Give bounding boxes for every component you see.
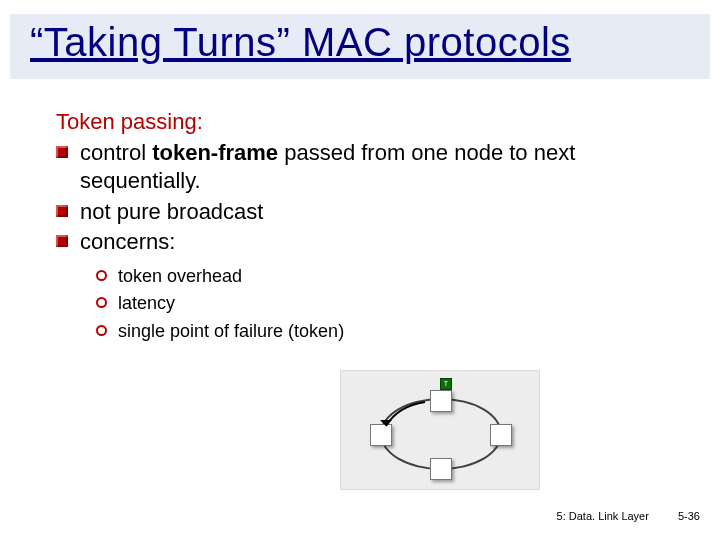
title-band: “Taking Turns” MAC protocols <box>10 14 710 79</box>
sub-bullet-item: single point of failure (token) <box>96 320 690 343</box>
bullet-item: not pure broadcast <box>56 198 690 227</box>
arrow-icon <box>340 370 540 490</box>
token-ring-diagram: T <box>340 370 540 490</box>
level2-bullets: token overhead latency single point of f… <box>96 265 690 343</box>
svg-marker-0 <box>380 420 392 426</box>
subheading: Token passing: <box>56 108 690 137</box>
circle-bullet-icon <box>96 297 107 308</box>
slide-footer: 5: Data. Link Layer 5-36 <box>557 510 700 522</box>
bullet-text: concerns: <box>80 229 175 254</box>
bullet-text: control token-frame passed from one node… <box>80 140 575 194</box>
bullet-text: token overhead <box>118 266 242 286</box>
level1-bullets: control token-frame passed from one node… <box>56 139 690 257</box>
square-bullet-icon <box>56 235 68 247</box>
bullet-text: latency <box>118 293 175 313</box>
bullet-item: concerns: <box>56 228 690 257</box>
slide-body: Token passing: control token-frame passe… <box>56 104 690 347</box>
square-bullet-icon <box>56 146 68 158</box>
bullet-text: single point of failure (token) <box>118 321 344 341</box>
footer-section: 5: Data. Link Layer <box>557 510 649 522</box>
slide-title: “Taking Turns” MAC protocols <box>30 20 690 65</box>
sub-bullet-item: token overhead <box>96 265 690 288</box>
footer-page: 5-36 <box>678 510 700 522</box>
bullet-text: not pure broadcast <box>80 199 263 224</box>
circle-bullet-icon <box>96 270 107 281</box>
circle-bullet-icon <box>96 325 107 336</box>
square-bullet-icon <box>56 205 68 217</box>
bullet-item: control token-frame passed from one node… <box>56 139 690 196</box>
slide: “Taking Turns” MAC protocols Token passi… <box>0 0 720 540</box>
sub-bullet-item: latency <box>96 292 690 315</box>
